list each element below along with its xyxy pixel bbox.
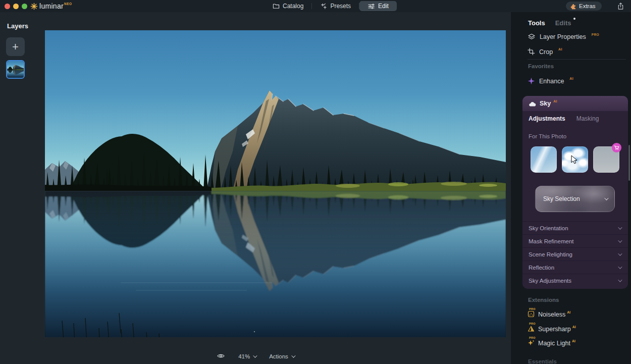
extension-label: Noiseless (538, 311, 565, 318)
luminar-star-icon (30, 3, 38, 10)
tool-layer-properties[interactable]: Layer Properties PRO (528, 33, 599, 40)
actions-menu[interactable]: Actions (269, 353, 294, 359)
close-window-button[interactable] (5, 4, 10, 9)
ai-badge: AI (572, 339, 575, 343)
section-mask-refinement[interactable]: Mask Refinement (522, 234, 628, 247)
chevron-down-icon (604, 196, 608, 200)
sky-tool-title: Sky (540, 100, 551, 107)
section-label: Mask Refinement (529, 238, 573, 244)
pro-badge: PRO (592, 33, 599, 36)
tools-panel: Tools Edits Layer Properties PRO Crop AI… (511, 12, 631, 364)
extras-button[interactable]: Extras (566, 2, 602, 11)
ai-badge: AI (567, 310, 570, 314)
favorites-header: Favorites (528, 63, 554, 69)
sky-tab-adjustments[interactable]: Adjustments (529, 115, 565, 122)
mode-tabs: Catalog Presets Edit (265, 0, 397, 12)
section-sky-orientation[interactable]: Sky Orientation (522, 221, 628, 234)
supersharp-icon (528, 325, 535, 332)
essentials-header: Essentials (528, 358, 557, 364)
ai-badge: AI (572, 325, 576, 329)
sky-tool-header[interactable]: Sky AI (522, 96, 628, 111)
add-layer-button[interactable]: + (6, 37, 25, 56)
extras-button-label: Extras (579, 3, 596, 9)
section-reflection[interactable]: Reflection (522, 261, 628, 274)
tab-edits[interactable]: Edits (555, 19, 571, 27)
minimize-window-button[interactable] (13, 4, 19, 9)
ai-badge: AI (558, 47, 562, 51)
crop-icon (528, 48, 535, 56)
cart-icon (614, 145, 619, 150)
section-label: Sky Orientation (529, 225, 568, 231)
folder-icon (273, 3, 280, 10)
chevron-down-icon (618, 238, 622, 242)
sliders-icon (367, 3, 375, 10)
sky-selection-dropdown[interactable]: Sky Selection (535, 186, 615, 212)
statusbar: 41% Actions (0, 348, 511, 364)
layer-thumbnail-image (7, 61, 24, 78)
zoom-level-value: 41% (238, 353, 250, 359)
app-name-suffix: NEO (64, 2, 72, 6)
pro-badge: PRO (529, 322, 536, 325)
tab-presets-label: Presets (330, 3, 351, 10)
tab-tools[interactable]: Tools (528, 19, 545, 27)
mouse-cursor (571, 155, 578, 166)
chevron-down-icon (618, 265, 622, 269)
cart-badge (612, 143, 621, 152)
sky-preset-wispy-clouds[interactable] (531, 146, 557, 173)
cloud-icon (529, 100, 536, 107)
preview-eye-button[interactable] (217, 353, 225, 360)
section-label: Scene Relighting (529, 251, 572, 257)
tool-layer-properties-label: Layer Properties (540, 33, 586, 40)
edited-photo (45, 30, 506, 337)
app-name: luminar (39, 2, 64, 10)
extension-supersharp[interactable]: PRO Supersharp AI (528, 325, 576, 333)
noiseless-icon (528, 310, 535, 318)
sky-tool-panel: Sky AI Adjustments Masking For This Phot… (522, 96, 628, 289)
tab-catalog[interactable]: Catalog (265, 1, 311, 11)
sky-tab-masking[interactable]: Masking (576, 115, 599, 122)
layer-thumbnail-selected[interactable] (6, 60, 25, 79)
section-scene-relighting[interactable]: Scene Relighting (522, 247, 628, 261)
puzzle-icon (570, 3, 576, 10)
section-label: Sky Adjustments (529, 278, 571, 284)
chevron-down-icon (618, 251, 622, 255)
tool-crop-label: Crop (539, 48, 553, 56)
tab-presets[interactable]: Presets (312, 1, 359, 11)
tab-edits-label: Edits (555, 19, 571, 27)
edits-notification-dot (573, 18, 575, 20)
chevron-down-icon (618, 278, 622, 282)
zoom-window-button[interactable] (22, 4, 27, 9)
layers-panel-title: Layers (7, 22, 28, 30)
titlebar: luminar NEO Catalog Presets (0, 0, 631, 12)
section-label: Reflection (529, 265, 554, 271)
zoom-level-control[interactable]: 41% (238, 353, 256, 359)
extension-noiseless[interactable]: PRO Noiseless AI (528, 310, 570, 319)
tab-edit[interactable]: Edit (359, 1, 397, 11)
sparkle-icon (320, 3, 327, 10)
for-this-photo-label: For This Photo (529, 133, 566, 139)
extensions-header: Extensions (528, 297, 559, 303)
pro-badge: PRO (529, 307, 536, 310)
extension-label: Supersharp (538, 326, 571, 333)
magic-light-icon (528, 339, 535, 346)
photo-canvas[interactable] (45, 30, 506, 337)
ai-badge: AI (553, 99, 557, 103)
layers-icon (528, 33, 536, 40)
share-button[interactable] (617, 2, 624, 12)
eye-icon (217, 353, 225, 359)
app-logo: luminar NEO (30, 2, 72, 11)
extension-magic-light[interactable]: PRO Magic Light AI (528, 339, 575, 347)
tool-enhance-label: Enhance (539, 78, 564, 85)
share-icon (617, 2, 624, 10)
chevron-down-icon (291, 353, 295, 357)
panel-scrollbar[interactable] (628, 145, 630, 181)
extension-label: Magic Light (538, 340, 570, 347)
tool-crop[interactable]: Crop AI (528, 48, 562, 56)
actions-menu-label: Actions (269, 353, 288, 359)
tab-edit-label: Edit (378, 3, 389, 10)
section-sky-adjustments[interactable]: Sky Adjustments (522, 274, 628, 287)
tab-catalog-label: Catalog (283, 3, 303, 10)
enhance-sparkle-icon (528, 77, 535, 85)
ai-badge: AI (569, 77, 573, 80)
tool-enhance[interactable]: Enhance AI (528, 77, 573, 85)
